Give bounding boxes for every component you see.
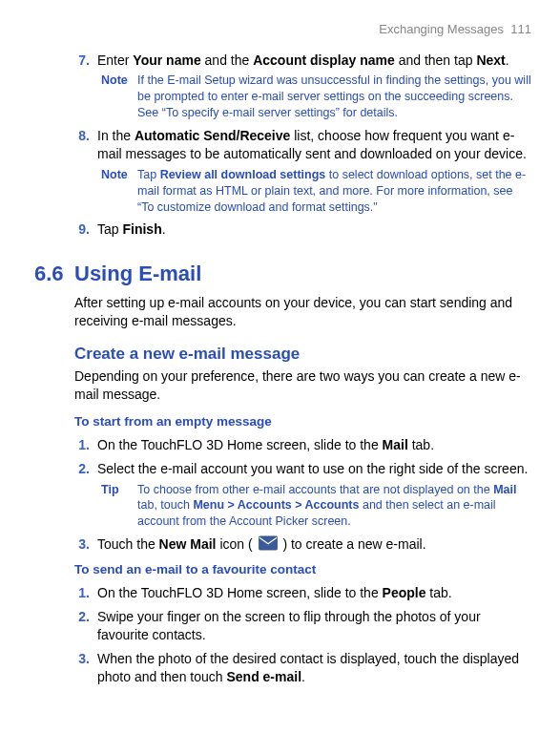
page-header: Exchanging Messages 111 xyxy=(34,21,531,38)
step-number: 1. xyxy=(74,436,95,454)
note-label: Note xyxy=(101,167,137,216)
ss2-step-1: 1. On the TouchFLO 3D Home screen, slide… xyxy=(74,584,531,602)
step-number: 9. xyxy=(74,220,95,239)
section-intro: After setting up e-mail accounts on your… xyxy=(74,294,531,330)
subheading-create: Create a new e-mail message xyxy=(74,344,531,366)
section-heading: 6.6 Using E-mail xyxy=(34,260,531,288)
ss2-step-3: 3. When the photo of the desired contact… xyxy=(74,650,531,686)
step-number: 7. xyxy=(74,52,95,70)
section-title: Using E-mail xyxy=(74,260,201,288)
step-number: 2. xyxy=(74,608,95,644)
subheading-desc: Depending on your preference, there are … xyxy=(74,367,531,404)
tip-text: To choose from other e-mail accounts tha… xyxy=(137,482,531,531)
step-body: When the photo of the desired contact is… xyxy=(97,650,531,686)
svg-rect-0 xyxy=(259,536,277,550)
step-body: In the Automatic Send/Receive list, choo… xyxy=(97,127,531,163)
step-number: 2. xyxy=(74,460,95,478)
step-9: 9. Tap Finish. xyxy=(74,220,531,239)
step-7: 7. Enter Your name and the Account displ… xyxy=(74,52,531,70)
step-body: Enter Your name and the Account display … xyxy=(97,52,531,70)
subsubheading-fav: To send an e-mail to a favourite contact xyxy=(74,561,531,578)
tip-ss1: Tip To choose from other e-mail accounts… xyxy=(101,482,531,531)
step-8: 8. In the Automatic Send/Receive list, c… xyxy=(74,127,531,163)
step-body: Select the e-mail account you want to us… xyxy=(97,460,531,478)
step-body: Touch the New Mail icon ( ) to create a … xyxy=(97,535,531,554)
tip-label: Tip xyxy=(101,482,137,531)
ss2-step-2: 2. Swipe your finger on the screen to fl… xyxy=(74,608,531,644)
ss1-step-1: 1. On the TouchFLO 3D Home screen, slide… xyxy=(74,436,531,454)
header-page: 111 xyxy=(510,22,531,36)
note-label: Note xyxy=(101,73,137,121)
note-step-7: Note If the E-mail Setup wizard was unsu… xyxy=(101,73,531,121)
note-step-8: Note Tap Review all download settings to… xyxy=(101,167,531,216)
step-body: Swipe your finger on the screen to flip … xyxy=(97,608,531,644)
step-body: Tap Finish. xyxy=(97,220,531,239)
subsubheading-empty: To start from an empty message xyxy=(74,413,531,430)
step-number: 3. xyxy=(74,650,95,686)
note-text: If the E-mail Setup wizard was unsuccess… xyxy=(137,73,531,121)
note-text: Tap Review all download settings to sele… xyxy=(137,167,531,216)
section-number: 6.6 xyxy=(34,260,74,288)
mail-icon xyxy=(259,535,278,551)
step-number: 3. xyxy=(74,535,95,554)
ss1-step-3: 3. Touch the New Mail icon ( ) to create… xyxy=(74,535,531,554)
step-body: On the TouchFLO 3D Home screen, slide to… xyxy=(97,436,531,454)
step-body: On the TouchFLO 3D Home screen, slide to… xyxy=(97,584,531,602)
step-number: 8. xyxy=(74,127,95,163)
header-section: Exchanging Messages xyxy=(379,22,504,36)
ss1-step-2: 2. Select the e-mail account you want to… xyxy=(74,460,531,478)
step-number: 1. xyxy=(74,584,95,602)
